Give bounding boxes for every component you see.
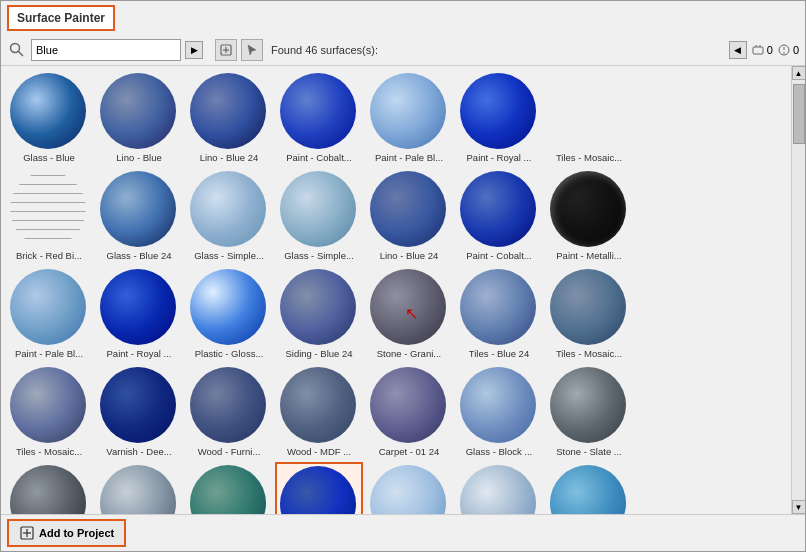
material-item[interactable]: Glass - Blue 24: [95, 168, 183, 264]
svg-point-10: [783, 52, 785, 54]
material-label: Glass - Blue 24: [97, 250, 181, 261]
count2-value: 0: [793, 44, 799, 56]
material-item[interactable]: Glass - Simple...: [185, 168, 273, 264]
material-label: Wood - Furni...: [187, 446, 271, 457]
material-label: Lino - Blue 24: [187, 152, 271, 163]
material-label: Siding - Blue 24: [277, 348, 361, 359]
material-item[interactable]: Paint - Cobalt...: [275, 70, 363, 166]
count1-value: 0: [767, 44, 773, 56]
window-title: Surface Painter: [7, 5, 115, 31]
count1-group: 0: [751, 43, 773, 57]
material-item[interactable]: Water - Natur...: [455, 462, 543, 514]
material-label: Paint - Cobalt...: [457, 250, 541, 261]
material-item[interactable]: Glass - Blue: [5, 70, 93, 166]
material-item[interactable]: Tiles - Mosaic...: [545, 266, 633, 362]
scrollbar-up-button[interactable]: ▲: [792, 66, 806, 80]
material-item[interactable]: Paint - Cobalt...: [455, 168, 543, 264]
select-surface-button[interactable]: [241, 39, 263, 61]
surface-painter-window: Surface Painter ▶ Found 46 surfaces(s):: [0, 0, 806, 552]
material-item[interactable]: Lino - Blue 24: [185, 70, 273, 166]
search-next-button[interactable]: ▶: [185, 41, 203, 59]
material-item[interactable]: Textile - 11 24: [185, 462, 273, 514]
count2-group: 0: [777, 43, 799, 57]
content-area: Glass - BlueLino - BlueLino - Blue 24Pai…: [1, 66, 805, 514]
material-label: Paint - Pale Bl...: [367, 152, 451, 163]
materials-grid-area[interactable]: Glass - BlueLino - BlueLino - Blue 24Pai…: [1, 66, 791, 514]
materials-grid: Glass - BlueLino - BlueLino - Blue 24Pai…: [5, 70, 787, 514]
material-item[interactable]: Paint - Metalli...: [545, 168, 633, 264]
material-label: Lino - Blue: [97, 152, 181, 163]
material-label: Stone - Grani...: [367, 348, 451, 359]
material-label: Tiles - Mosaic...: [547, 348, 631, 359]
nav-prev-button[interactable]: ◀: [729, 41, 747, 59]
material-item[interactable]: Varnish - Dee...: [95, 364, 183, 460]
search-input[interactable]: [31, 39, 181, 61]
svg-point-0: [11, 44, 20, 53]
material-label: Paint - Royal ...: [457, 152, 541, 163]
svg-rect-5: [753, 47, 763, 54]
material-label: Stone - Slate ...: [547, 446, 631, 457]
material-item[interactable]: Tiles - Blue 24: [455, 266, 543, 362]
material-item[interactable]: Brick - Red Bi...: [5, 168, 93, 264]
add-surface-button[interactable]: [215, 39, 237, 61]
material-item[interactable]: Tiles - Mosaic...: [545, 70, 633, 166]
material-item[interactable]: Carpet - 01 24: [365, 364, 453, 460]
material-label: Brick - Red Bi...: [7, 250, 91, 261]
toolbar: ▶ Found 46 surfaces(s): ◀ 0: [1, 35, 805, 66]
material-label: Tiles - Blue 24: [457, 348, 541, 359]
material-item[interactable]: Textile - 02 24: [95, 462, 183, 514]
cursor-indicator: ↖: [405, 304, 418, 323]
material-label: Lino - Blue 24: [367, 250, 451, 261]
material-label: Glass - Blue: [7, 152, 91, 163]
material-item[interactable]: Plastic - Gloss...: [185, 266, 273, 362]
material-item[interactable]: Tiles - Mosaic...: [5, 364, 93, 460]
material-label: Wood - MDF ...: [277, 446, 361, 457]
material-item[interactable]: Wood - MDF ...: [275, 364, 363, 460]
add-to-project-label: Add to Project: [39, 527, 114, 539]
material-item[interactable]: Stonework - ...: [5, 462, 93, 514]
svg-line-1: [19, 52, 24, 57]
search-icon: [7, 40, 27, 60]
material-item[interactable]: ↖Stone - Grani...: [365, 266, 453, 362]
material-item[interactable]: Glass - Simple...: [275, 168, 363, 264]
material-item[interactable]: Water - Pool 24: [545, 462, 633, 514]
material-item[interactable]: Siding - Blue 24: [275, 266, 363, 362]
bottom-bar: Add to Project: [1, 514, 805, 551]
material-label: Paint - Royal ...: [97, 348, 181, 359]
material-label: Paint - Cobalt...: [277, 152, 361, 163]
material-item[interactable]: Water - Ice 24: [365, 462, 453, 514]
material-item[interactable]: Lino - Blue: [95, 70, 183, 166]
material-item[interactable]: Lino - Blue 24: [365, 168, 453, 264]
scrollbar: ▲ ▼: [791, 66, 805, 514]
material-item[interactable]: Paint - Royal ...: [95, 266, 183, 362]
material-item[interactable]: Stone - Slate ...: [545, 364, 633, 460]
material-label: Paint - Metalli...: [547, 250, 631, 261]
material-label: Paint - Pale Bl...: [7, 348, 91, 359]
material-item[interactable]: Wood - Furni...: [185, 364, 273, 460]
material-item[interactable]: Paint - Pale Bl...: [365, 70, 453, 166]
material-label: Carpet - 01 24: [367, 446, 451, 457]
right-icons: ◀ 0 0: [729, 41, 799, 59]
scrollbar-down-button[interactable]: ▼: [792, 500, 806, 514]
add-icon: [19, 525, 35, 541]
material-label: Glass - Simple...: [277, 250, 361, 261]
material-item[interactable]: Paint - Royal ...: [455, 70, 543, 166]
material-label: Tiles - Mosaic...: [547, 152, 631, 163]
add-to-project-button[interactable]: Add to Project: [7, 519, 126, 547]
material-label: Glass - Block ...: [457, 446, 541, 457]
material-label: Glass - Simple...: [187, 250, 271, 261]
found-count-text: Found 46 surfaces(s):: [271, 44, 378, 56]
material-label: Tiles - Mosaic...: [7, 446, 91, 457]
scrollbar-thumb[interactable]: [793, 84, 805, 144]
material-item[interactable]: Textile - 12 24: [275, 462, 363, 514]
material-label: Varnish - Dee...: [97, 446, 181, 457]
material-label: Plastic - Gloss...: [187, 348, 271, 359]
material-item[interactable]: Paint - Pale Bl...: [5, 266, 93, 362]
material-item[interactable]: Glass - Block ...: [455, 364, 543, 460]
